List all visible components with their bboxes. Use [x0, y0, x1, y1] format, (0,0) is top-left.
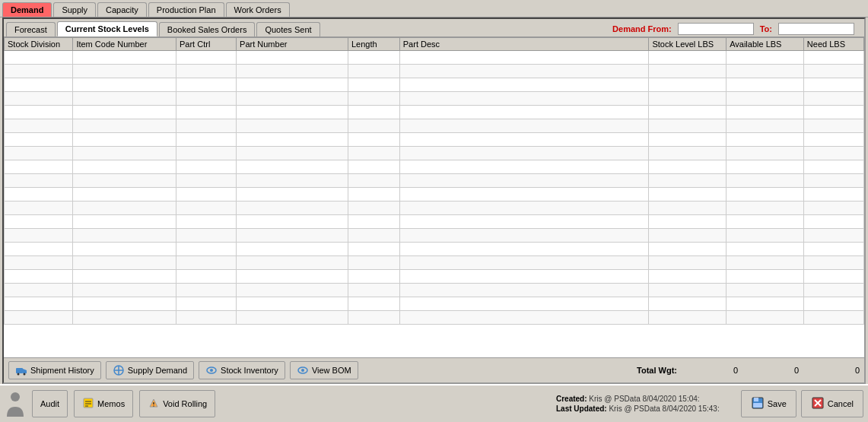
table-row [5, 147, 864, 160]
svg-point-8 [210, 369, 213, 372]
table-row [5, 78, 864, 92]
demand-from-input[interactable] [678, 23, 754, 35]
svg-point-3 [24, 373, 26, 376]
col-header-part-ctrl: Part Ctrl [176, 38, 236, 51]
total-wgt-value3: 0 [814, 366, 860, 375]
save-icon [751, 396, 765, 411]
status-bar: Audit Memos Void Rolling [0, 384, 868, 422]
sub-tab-quotes-sent[interactable]: Quotes Sent [256, 22, 320, 36]
void-rolling-label: Void Rolling [163, 399, 207, 408]
cancel-icon [811, 396, 825, 411]
total-wgt-label: Total Wgt: [637, 366, 677, 375]
top-tab-bar: Demand Supply Capacity Production Plan W… [0, 0, 868, 17]
table-row [5, 51, 864, 65]
memos-icon [82, 397, 94, 411]
tab-production-plan[interactable]: Production Plan [148, 2, 224, 17]
demand-to-input[interactable] [778, 23, 854, 35]
svg-marker-1 [23, 369, 27, 373]
view-bom-label: View BOM [312, 366, 351, 375]
data-grid: Stock Division Item Code Number Part Ctr… [4, 37, 864, 325]
table-row [5, 65, 864, 78]
eye-icon-2 [297, 364, 309, 376]
tab-demand[interactable]: Demand [2, 2, 52, 17]
col-header-stock-div: Stock Division [5, 38, 73, 51]
created-info: Created: Kris @ PSData 8/04/2020 15:04: … [556, 395, 720, 413]
memos-label: Memos [97, 399, 125, 408]
supply-icon [113, 364, 125, 376]
svg-rect-0 [16, 368, 23, 373]
void-rolling-icon [148, 397, 160, 411]
created-value: Kris @ PSData 8/04/2020 15:04: [589, 395, 699, 403]
table-row [5, 256, 864, 270]
supply-demand-label: Supply Demand [128, 366, 187, 375]
col-header-part-desc: Part Desc [399, 38, 649, 51]
table-row [5, 311, 864, 325]
total-wgt-section: Total Wgt: 0 0 0 [637, 366, 860, 375]
save-button[interactable]: Save [741, 390, 796, 417]
last-updated-label: Last Updated: [556, 405, 607, 413]
total-wgt-value2: 0 [753, 366, 799, 375]
col-header-length: Length [348, 38, 399, 51]
void-rolling-button[interactable]: Void Rolling [139, 390, 215, 417]
save-label: Save [768, 399, 787, 408]
col-header-part-num: Part Number [237, 38, 348, 51]
tab-capacity[interactable]: Capacity [97, 2, 147, 17]
col-header-item-code: Item Code Number [73, 38, 176, 51]
tab-supply[interactable]: Supply [53, 2, 96, 17]
cancel-button[interactable]: Cancel [801, 390, 863, 417]
bottom-action-bar: Shipment History Supply Demand [4, 357, 864, 382]
col-header-avail-lbs: Available LBS [727, 38, 804, 51]
table-row [5, 229, 864, 243]
svg-point-11 [11, 392, 20, 401]
svg-point-17 [153, 405, 154, 407]
person-icon [5, 390, 26, 417]
shipment-history-button[interactable]: Shipment History [8, 361, 101, 379]
svg-point-10 [301, 369, 304, 372]
save-cancel-area: Save Cancel [741, 390, 863, 417]
tab-work-orders[interactable]: Work Orders [226, 2, 290, 17]
table-row [5, 119, 864, 133]
sub-tab-current-stock[interactable]: Current Stock Levels [57, 21, 157, 36]
table-row [5, 106, 864, 119]
svg-rect-19 [754, 398, 758, 401]
cancel-label: Cancel [828, 399, 854, 408]
audit-button[interactable]: Audit [32, 390, 68, 417]
created-label: Created: [556, 395, 587, 403]
col-header-stock-lbs: Stock Level LBS [649, 38, 727, 51]
sub-tab-forecast[interactable]: Forecast [6, 22, 56, 36]
shipment-history-label: Shipment History [30, 366, 94, 375]
table-row [5, 201, 864, 215]
eye-icon-1 [205, 364, 218, 376]
grid-header-row: Stock Division Item Code Number Part Ctr… [5, 38, 864, 51]
table-row [5, 297, 864, 311]
table-row [5, 92, 864, 106]
table-row [5, 284, 864, 297]
grid-body [5, 51, 864, 325]
demand-from-label: Demand From: [612, 24, 672, 33]
data-grid-container: Stock Division Item Code Number Part Ctr… [4, 37, 864, 357]
memos-button[interactable]: Memos [74, 390, 133, 417]
sub-tab-bar: Forecast Current Stock Levels Booked Sal… [4, 19, 864, 37]
demand-from-section: Demand From: To: [612, 23, 862, 35]
svg-rect-20 [753, 403, 762, 408]
table-row [5, 174, 864, 188]
table-row [5, 243, 864, 256]
last-updated-row: Last Updated: Kris @ PSData 8/04/2020 15… [556, 405, 720, 413]
created-row: Created: Kris @ PSData 8/04/2020 15:04: [556, 395, 720, 403]
svg-point-2 [17, 373, 20, 376]
main-container: Demand Supply Capacity Production Plan W… [0, 0, 868, 422]
total-wgt-value1: 0 [692, 366, 738, 375]
table-row [5, 270, 864, 284]
supply-demand-button[interactable]: Supply Demand [106, 361, 194, 379]
last-updated-value: Kris @ PSData 8/04/2020 15:43: [609, 405, 719, 413]
stock-inventory-label: Stock Inventory [221, 366, 278, 375]
view-bom-button[interactable]: View BOM [290, 361, 358, 379]
table-row [5, 188, 864, 201]
table-row [5, 160, 864, 174]
sub-tab-booked-sales[interactable]: Booked Sales Orders [159, 22, 256, 36]
stock-inventory-button[interactable]: Stock Inventory [199, 361, 285, 379]
table-row [5, 133, 864, 147]
audit-label: Audit [40, 399, 59, 408]
table-row [5, 215, 864, 229]
demand-to-label: To: [760, 24, 772, 33]
